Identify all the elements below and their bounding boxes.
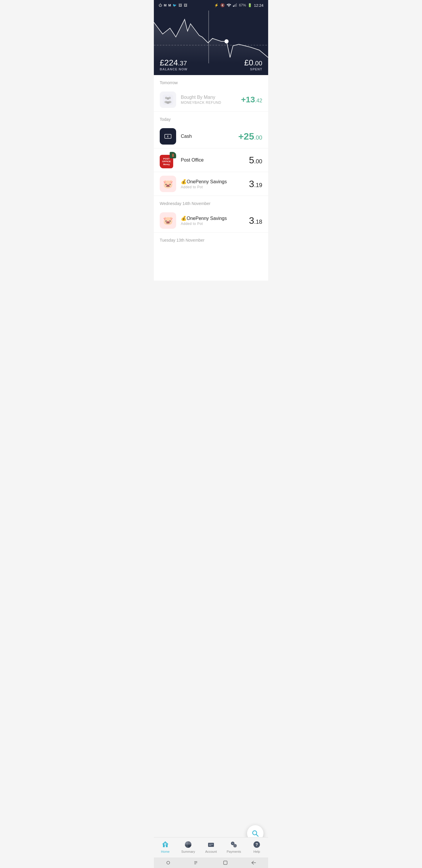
transaction-list: Tomorrow Bought By Many MONEYBACK REFUND…: [154, 75, 268, 281]
cash-amount: +25.00: [238, 131, 262, 142]
onepenny-wed-name: 💰OnePenny Savings: [181, 216, 249, 221]
twitter-icon: 🐦: [173, 3, 177, 7]
spent-section: £0.00 SPENT: [244, 59, 262, 71]
bbm-name: Bought By Many: [181, 95, 241, 100]
svg-point-12: [167, 97, 169, 100]
gmail-icon: M: [164, 3, 166, 7]
date-header-tue: Tuesday 13th November: [154, 232, 268, 245]
clock: 12:24: [254, 3, 263, 8]
svg-point-15: [166, 101, 170, 104]
svg-point-0: [229, 6, 229, 7]
gmail2-icon: M: [168, 3, 171, 7]
onepenny-wed-amount: 3.18: [249, 215, 262, 226]
power-icon: ⏻: [159, 3, 162, 7]
battery-icon: 🔋: [248, 3, 252, 7]
svg-rect-4: [236, 3, 237, 7]
svg-point-8: [225, 39, 229, 43]
pig-icon-today: 🐷: [160, 176, 176, 192]
bbm-amount: +13.42: [241, 95, 262, 104]
cash-icon: £: [160, 128, 176, 145]
cash-name: Cash: [181, 134, 238, 139]
bluetooth-icon: ⚡: [214, 3, 219, 7]
date-header-tomorrow: Tomorrow: [154, 75, 268, 88]
bbm-icon: [160, 92, 176, 108]
transaction-onepenny-wed[interactable]: 🐷 💰OnePenny Savings Added to Pot 3.18: [154, 209, 268, 232]
transaction-post-office[interactable]: POSTOFFICEMoney 🚪 Post Office 5.00: [154, 148, 268, 172]
onepenny-today-sub: Added to Pot: [181, 185, 249, 189]
post-office-amount: 5.00: [249, 155, 262, 166]
svg-rect-3: [235, 4, 236, 7]
date-header-today: Today: [154, 112, 268, 125]
bbm-sub: MONEYBACK REFUND: [181, 101, 241, 105]
pig-icon-wed: 🐷: [160, 212, 176, 229]
date-header-wed: Wednesday 14th November: [154, 196, 268, 209]
status-bar: ⏻ M M 🐦 🖼 🖼 ⚡ 🔇 67% 🔋 12:24: [154, 0, 268, 10]
image2-icon: 🖼: [184, 3, 187, 7]
svg-rect-2: [234, 5, 235, 7]
balance-label: BALANCE NOW: [160, 67, 188, 71]
svg-text:£: £: [167, 135, 168, 138]
bbm-details: Bought By Many MONEYBACK REFUND: [181, 95, 241, 105]
onepenny-today-details: 💰OnePenny Savings Added to Pot: [181, 179, 249, 189]
onepenny-today-name: 💰OnePenny Savings: [181, 179, 249, 184]
cash-details: Cash: [181, 134, 238, 139]
spent-label: SPENT: [244, 67, 262, 71]
onepenny-today-amount: 3.19: [249, 179, 262, 189]
svg-rect-1: [233, 6, 234, 7]
onepenny-wed-details: 💰OnePenny Savings Added to Pot: [181, 216, 249, 226]
signal-icon: [233, 3, 237, 8]
onepenny-wed-sub: Added to Pot: [181, 222, 249, 226]
balance-amount: £224.37: [160, 59, 188, 67]
mute-icon: 🔇: [220, 3, 225, 7]
image-icon: 🖼: [178, 3, 182, 7]
post-office-name: Post Office: [181, 157, 249, 163]
balance-info: £224.37 BALANCE NOW £0.00 SPENT: [154, 56, 268, 75]
wifi-icon: [227, 3, 231, 8]
post-office-details: Post Office: [181, 157, 249, 163]
spent-amount: £0.00: [244, 59, 262, 67]
battery-percent: 67%: [239, 3, 246, 7]
balance-large: £224.37: [160, 58, 187, 67]
post-office-icon: POSTOFFICEMoney 🚪: [160, 152, 176, 168]
status-icons-right: ⚡ 🔇 67% 🔋 12:24: [214, 3, 263, 8]
transaction-onepenny-today[interactable]: 🐷 💰OnePenny Savings Added to Pot 3.19: [154, 172, 268, 196]
balance-now-section: £224.37 BALANCE NOW: [160, 59, 188, 71]
balance-chart: £224.37 BALANCE NOW £0.00 SPENT: [154, 10, 268, 75]
transaction-bought-by-many[interactable]: Bought By Many MONEYBACK REFUND +13.42: [154, 88, 268, 112]
transaction-cash[interactable]: £ Cash +25.00: [154, 125, 268, 148]
status-icons-left: ⏻ M M 🐦 🖼 🖼: [159, 3, 187, 7]
chart-svg: [154, 10, 268, 63]
